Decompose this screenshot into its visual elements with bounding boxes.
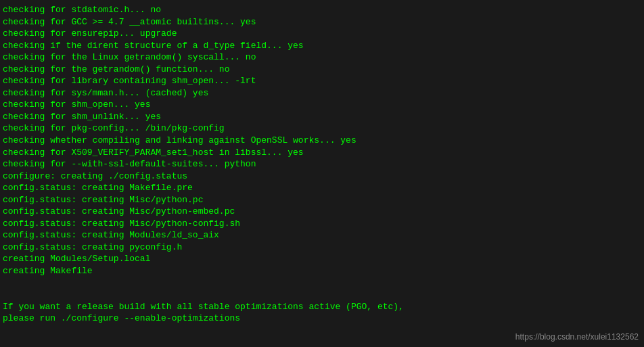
terminal-line: checking if the dirent structure of a d_…	[3, 40, 641, 52]
terminal-line: please run ./configure --enable-optimiza…	[3, 313, 641, 325]
terminal-line: config.status: creating Misc/python-embe…	[3, 206, 641, 218]
terminal-line: checking for X509_VERIFY_PARAM_set1_host…	[3, 147, 641, 159]
terminal-line: creating Makefile	[3, 265, 641, 277]
terminal-line: config.status: creating pyconfig.h	[3, 241, 641, 254]
terminal-line: checking for the getrandom() function...…	[3, 64, 641, 76]
terminal-line	[3, 277, 641, 290]
terminal-line: checking for shm_unlink... yes	[3, 111, 641, 123]
terminal-line	[3, 289, 641, 301]
terminal-line: checking for --with-ssl-default-suites..…	[3, 158, 641, 170]
terminal-window: checking for stdatomic.h... nochecking f…	[0, 0, 644, 347]
terminal-line: checking for library containing shm_open…	[3, 75, 641, 87]
terminal-line: If you want a release build with all sta…	[3, 301, 641, 313]
terminal-line: config.status: creating Modules/ld_so_ai…	[3, 229, 641, 241]
terminal-line: checking for GCC >= 4.7 __atomic builtin…	[3, 16, 641, 28]
terminal-line: configure: creating ./config.status	[3, 170, 641, 183]
terminal-output: checking for stdatomic.h... nochecking f…	[3, 4, 641, 347]
watermark: https://blog.csdn.net/xulei1132562	[515, 332, 639, 342]
terminal-line: config.status: creating Misc/python.pc	[3, 194, 641, 206]
terminal-line: checking for sys/mman.h... (cached) yes	[3, 87, 641, 99]
terminal-line: checking whether compiling and linking a…	[3, 135, 641, 147]
terminal-line: config.status: creating Misc/python-conf…	[3, 218, 641, 230]
terminal-line: creating Modules/Setup.local	[3, 253, 641, 265]
terminal-line: config.status: creating Makefile.pre	[3, 182, 641, 194]
terminal-line: checking for stdatomic.h... no	[3, 4, 641, 16]
terminal-line: checking for shm_open... yes	[3, 99, 641, 111]
terminal-line: checking for pkg-config... /bin/pkg-conf…	[3, 122, 641, 135]
terminal-line: checking for ensurepip... upgrade	[3, 28, 641, 40]
terminal-line: checking for the Linux getrandom() sysca…	[3, 51, 641, 64]
